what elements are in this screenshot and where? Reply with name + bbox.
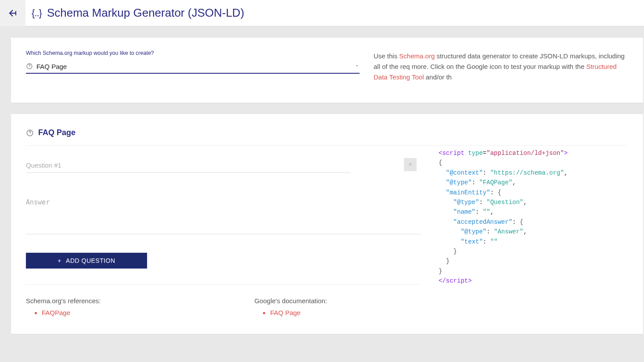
back-button[interactable] [0,0,25,26]
answer-textarea[interactable] [26,195,421,234]
schema-type-select[interactable]: FAQ Page [26,61,360,74]
logo-icon: {..} [32,7,42,19]
section-title: FAQ Page [26,128,628,137]
selector-value: FAQ Page [36,63,354,70]
plus-icon: + [58,257,61,264]
back-arrow-icon [7,8,18,18]
question-input[interactable] [26,158,351,173]
remove-question-button[interactable]: × [404,158,417,171]
add-question-button[interactable]: + ADD QUESTION [26,253,147,269]
help-icon [26,63,33,70]
divider [26,284,421,285]
code-output: <script type="application/ld+json"> { "@… [439,146,628,316]
chevron-down-icon [354,62,360,70]
refs-google-label: Google's documentation: [254,297,327,305]
schema-org-link[interactable]: Schema.org [399,52,435,60]
section-title-text: FAQ Page [38,128,76,137]
list-item: FAQ Page [270,309,327,316]
faqpage-ref-link[interactable]: FAQPage [42,309,70,316]
faqpage-google-link[interactable]: FAQ Page [270,309,300,316]
page-title: {..} Schema Markup Generator (JSON-LD) [32,6,244,20]
app-header: {..} Schema Markup Generator (JSON-LD) [0,0,644,26]
refs-schema-label: Schema.org's references: [26,297,101,305]
svg-point-1 [29,68,30,68]
selector-card: Which Schema.org markup would you like t… [11,38,643,103]
main-card: FAQ Page × + ADD QUESTION [11,114,643,334]
svg-point-3 [29,134,30,135]
close-icon: × [408,161,412,168]
intro-text: Use this Schema.org structured data gene… [374,50,628,82]
page-title-text: Schema Markup Generator (JSON-LD) [47,6,244,20]
selector-label: Which Schema.org markup would you like t… [26,50,360,56]
list-item: FAQPage [42,309,101,316]
help-icon [26,129,34,137]
add-button-label: ADD QUESTION [66,257,115,264]
